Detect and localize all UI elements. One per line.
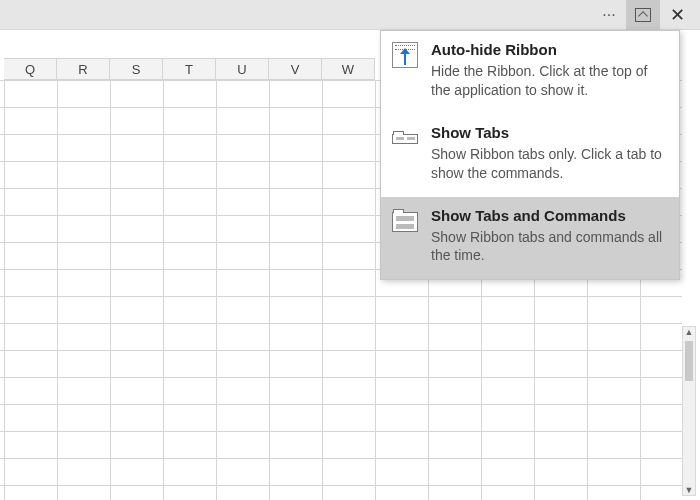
title-bar: ··· ✕ (0, 0, 700, 30)
column-header[interactable]: V (269, 58, 322, 80)
show-tabs-commands-icon (391, 207, 419, 235)
ribbon-display-options-button[interactable] (626, 0, 660, 30)
scrollbar-thumb[interactable] (685, 341, 693, 381)
column-header[interactable]: T (163, 58, 216, 80)
close-window-button[interactable]: ✕ (660, 0, 694, 30)
scroll-up-icon[interactable]: ▲ (685, 327, 694, 337)
menu-item-description: Show Ribbon tabs and commands all the ti… (431, 228, 667, 266)
menu-item-title: Show Tabs (431, 124, 667, 141)
menu-item-description: Show Ribbon tabs only. Click a tab to sh… (431, 145, 667, 183)
vertical-scrollbar[interactable]: ▲ ▼ (682, 326, 696, 496)
close-icon: ✕ (670, 4, 685, 26)
ellipsis-icon: ··· (602, 6, 615, 24)
scroll-down-icon[interactable]: ▼ (685, 485, 694, 495)
column-header[interactable]: U (216, 58, 269, 80)
menu-item-title: Auto-hide Ribbon (431, 41, 667, 58)
ribbon-display-options-icon (635, 8, 651, 22)
more-options-button[interactable]: ··· (592, 0, 626, 30)
menu-item-show-tabs-and-commands[interactable]: Show Tabs and Commands Show Ribbon tabs … (381, 197, 679, 280)
column-header[interactable]: S (110, 58, 163, 80)
menu-item-text: Show Tabs Show Ribbon tabs only. Click a… (431, 124, 667, 183)
column-header[interactable]: R (57, 58, 110, 80)
menu-item-title: Show Tabs and Commands (431, 207, 667, 224)
column-header[interactable]: Q (4, 58, 57, 80)
menu-item-show-tabs[interactable]: Show Tabs Show Ribbon tabs only. Click a… (381, 114, 679, 197)
ribbon-display-options-menu: Auto-hide Ribbon Hide the Ribbon. Click … (380, 30, 680, 280)
menu-item-text: Show Tabs and Commands Show Ribbon tabs … (431, 207, 667, 266)
menu-item-text: Auto-hide Ribbon Hide the Ribbon. Click … (431, 41, 667, 100)
auto-hide-ribbon-icon (391, 41, 419, 69)
show-tabs-icon (391, 124, 419, 152)
app-window: ··· ✕ Q R S T U V W ▲ ▼ Auto-hide R (0, 0, 700, 500)
menu-item-description: Hide the Ribbon. Click at the top of the… (431, 62, 667, 100)
menu-item-auto-hide-ribbon[interactable]: Auto-hide Ribbon Hide the Ribbon. Click … (381, 31, 679, 114)
column-header[interactable]: W (322, 58, 375, 80)
